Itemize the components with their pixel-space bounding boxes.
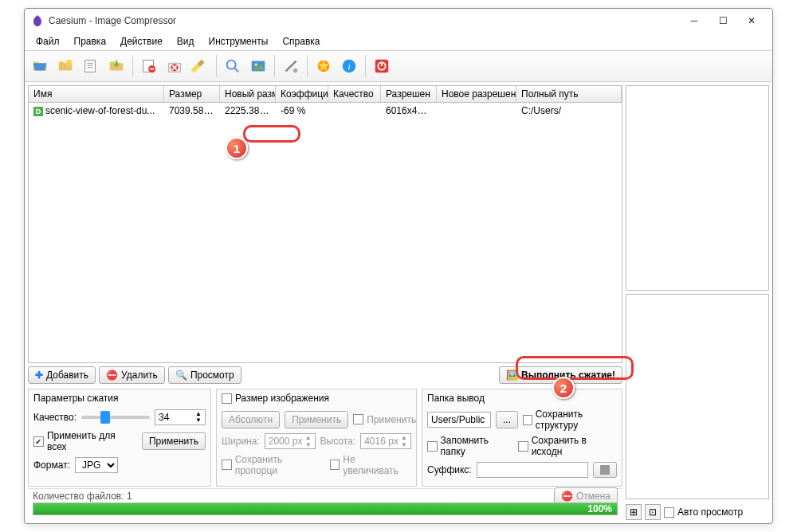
- no-enlarge-checkbox[interactable]: Не увеличивать: [330, 454, 411, 476]
- compression-panel: Параметры сжатия Качество: 34▲▼ ✔Примени…: [28, 389, 211, 487]
- preview-original: [626, 85, 769, 291]
- col-resolution[interactable]: Разрешен: [381, 86, 437, 102]
- menu-tools[interactable]: Инструменты: [202, 34, 275, 49]
- toolbar: i: [25, 50, 772, 82]
- col-size[interactable]: Размер: [164, 86, 220, 102]
- output-panel: Папка вывод ... Сохранить структуру Запо…: [422, 389, 622, 487]
- window-title: Caesium - Image Compressor: [49, 15, 680, 26]
- browse-button[interactable]: ...: [496, 411, 518, 428]
- actual-size-button[interactable]: ⊡: [645, 504, 661, 520]
- cell-quality: [328, 109, 381, 112]
- menu-edit[interactable]: Правка: [68, 34, 113, 49]
- close-button[interactable]: ✕: [737, 11, 766, 30]
- titlebar: Caesium - Image Compressor ─ ☐ ✕: [25, 9, 772, 33]
- maximize-button[interactable]: ☐: [709, 11, 737, 30]
- cell-size: 7039.58 Kb: [164, 104, 220, 118]
- apply-quality-button[interactable]: Применить: [142, 432, 206, 450]
- size-panel: Размер изображения Абсолютн Применить Пр…: [216, 389, 417, 487]
- file-count-status: Количество файлов: 1: [33, 491, 554, 502]
- menu-help[interactable]: Справка: [276, 34, 326, 49]
- minimize-button[interactable]: ─: [680, 11, 709, 30]
- cell-newres: [437, 109, 516, 112]
- open-file-icon[interactable]: [28, 54, 52, 78]
- output-path-input[interactable]: [427, 412, 491, 428]
- star-icon[interactable]: [312, 54, 336, 78]
- fit-button[interactable]: ⊞: [626, 504, 642, 520]
- col-newsize[interactable]: Новый разм: [220, 86, 276, 102]
- delete-button[interactable]: ⛔Удалить: [99, 366, 165, 384]
- quality-label: Качество:: [33, 412, 77, 423]
- progress-bar: 100%: [33, 503, 618, 515]
- table-row[interactable]: Dscenic-view-of-forest-du... 7039.58 Kb …: [29, 103, 622, 119]
- width-label: Ширина:: [222, 436, 260, 447]
- suffix-browse-button[interactable]: [593, 462, 617, 478]
- remember-folder-checkbox[interactable]: Запомнить папку: [427, 435, 513, 457]
- col-name[interactable]: Имя: [29, 86, 164, 102]
- preview-image-icon[interactable]: [246, 54, 270, 78]
- app-window: Caesium - Image Compressor ─ ☐ ✕ Файл Пр…: [24, 8, 773, 524]
- forbidden-icon: ⛔: [106, 370, 118, 381]
- apply-all-checkbox[interactable]: ✔Применить для всех: [33, 430, 137, 452]
- list-header: Имя Размер Новый разм Коэффици Качество …: [28, 85, 622, 103]
- cell-newsize: 2225.38 Kb: [220, 104, 276, 118]
- panel-title: Папка вывод: [427, 393, 617, 404]
- progress-percent: 100%: [587, 503, 612, 514]
- broom-icon[interactable]: [188, 54, 212, 78]
- folder-icon: [600, 465, 610, 475]
- image-type-icon: D: [33, 107, 43, 116]
- suffix-label: Суффикс:: [427, 464, 472, 475]
- add-button[interactable]: ✚Добавить: [28, 366, 96, 384]
- preview-compressed: [626, 294, 769, 499]
- badge-2: 2: [552, 377, 575, 399]
- suffix-input[interactable]: [477, 462, 588, 478]
- cell-name: scenic-view-of-forest-du...: [45, 105, 155, 116]
- cancel-icon: ⛔: [561, 491, 573, 502]
- zoom-icon[interactable]: [221, 54, 245, 78]
- menu-file[interactable]: Файл: [29, 34, 66, 49]
- absolute-button[interactable]: Абсолютн: [222, 411, 280, 428]
- height-label: Высота:: [320, 436, 356, 447]
- height-spinner[interactable]: 4016 px▲▼: [360, 433, 411, 449]
- quality-spinner[interactable]: 34▲▼: [155, 409, 206, 425]
- badge-1: 1: [226, 137, 248, 159]
- settings-icon[interactable]: [279, 54, 303, 78]
- col-newres[interactable]: Новое разрешен: [437, 86, 516, 102]
- preview-button[interactable]: 🔍Просмотр: [168, 366, 241, 384]
- svg-point-0: [66, 60, 72, 65]
- menu-action[interactable]: Действие: [114, 34, 169, 49]
- svg-point-8: [254, 63, 257, 66]
- file-list[interactable]: Dscenic-view-of-forest-du... 7039.58 Kb …: [28, 103, 622, 363]
- compress-icon: 🖼️: [506, 370, 518, 381]
- col-coef[interactable]: Коэффици: [276, 86, 328, 102]
- plus-icon: ✚: [35, 370, 43, 381]
- menubar: Файл Правка Действие Вид Инструменты Спр…: [25, 33, 772, 50]
- info-icon[interactable]: i: [337, 54, 361, 78]
- keep-ratio-checkbox[interactable]: Сохранить пропорци: [222, 454, 325, 476]
- auto-preview-checkbox[interactable]: Авто просмотр: [664, 507, 743, 518]
- resize-checkbox[interactable]: Размер изображения: [222, 393, 329, 404]
- cell-res: 6016x4016: [381, 104, 437, 118]
- cell-path: C:/Users/: [516, 104, 622, 118]
- remove-item-icon[interactable]: [137, 54, 161, 78]
- svg-rect-1: [85, 61, 96, 72]
- save-list-icon[interactable]: [104, 54, 128, 78]
- add-list-icon[interactable]: [79, 54, 103, 78]
- svg-point-6: [227, 61, 236, 69]
- col-quality[interactable]: Качество: [328, 86, 381, 102]
- open-folder-icon[interactable]: [53, 54, 77, 78]
- panel-title: Параметры сжатия: [33, 393, 206, 404]
- save-source-checkbox[interactable]: Сохранить в исходн: [518, 435, 617, 457]
- clear-list-icon[interactable]: [163, 54, 186, 78]
- magnifier-icon: 🔍: [175, 370, 187, 381]
- col-path[interactable]: Полный путь: [516, 86, 622, 102]
- width-spinner[interactable]: 2000 px▲▼: [265, 433, 316, 449]
- apply-check[interactable]: Применить: [353, 414, 416, 425]
- menu-view[interactable]: Вид: [171, 34, 201, 49]
- format-label: Формат:: [33, 460, 70, 471]
- power-icon[interactable]: [370, 54, 394, 78]
- quality-slider[interactable]: [81, 416, 150, 419]
- cell-coef: -69 %: [276, 104, 328, 118]
- format-select[interactable]: JPG: [75, 457, 118, 473]
- keep-structure-checkbox[interactable]: Сохранить структуру: [523, 409, 617, 431]
- apply-size-button[interactable]: Применить: [285, 411, 348, 428]
